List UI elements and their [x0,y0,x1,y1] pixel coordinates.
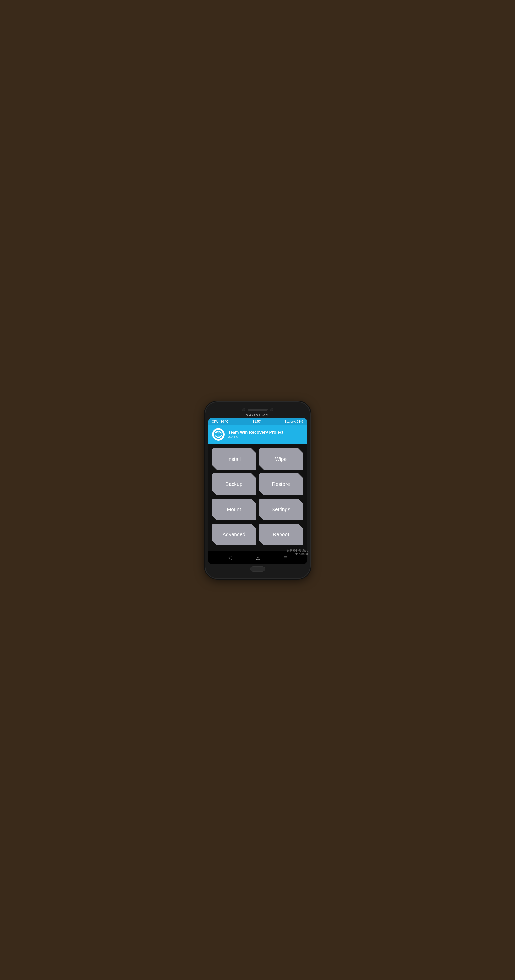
mount-button[interactable]: Mount [212,499,256,520]
cpu-temp: CPU: 36 °C [212,420,229,423]
restore-button[interactable]: Restore [259,474,303,495]
install-button[interactable]: Install [212,448,256,470]
home-button-nav[interactable]: △ [256,554,260,560]
button-grid: Install Wipe Backup Restore Mount Settin… [212,448,303,546]
battery-level: Battery: 63% [285,420,303,423]
status-bar: CPU: 36 °C 11:57 Battery: 63% [208,418,307,425]
back-button[interactable]: ◁ [228,554,232,560]
clock: 11:57 [253,420,261,423]
phone-bottom [208,564,307,573]
phone-screen: CPU: 36 °C 11:57 Battery: 63% Team Win R… [208,418,307,564]
settings-button[interactable]: Settings [259,499,303,520]
watermark: 知乎 @柑橘乱花丸 世己导航网 [287,549,308,556]
twrp-logo-icon [212,428,225,441]
front-camera [242,408,245,411]
app-version: 3.2.1-0 [228,435,284,439]
header-text-block: Team Win Recovery Project 3.2.1-0 [228,430,284,439]
speaker-grille [248,409,267,410]
advanced-button[interactable]: Advanced [212,524,256,546]
watermark-line1: 知乎 @柑橘乱花丸 [287,549,308,552]
brand-logo: SAMSUNG [208,414,307,417]
sensor [270,408,273,411]
main-content: Install Wipe Backup Restore Mount Settin… [208,444,307,551]
backup-button[interactable]: Backup [212,474,256,495]
menu-button[interactable]: ≡ [284,554,287,560]
phone-frame: SAMSUNG CPU: 36 °C 11:57 Battery: 63% Te… [205,402,310,578]
wipe-button[interactable]: Wipe [259,448,303,470]
phone-top [208,407,307,414]
reboot-button[interactable]: Reboot [259,524,303,546]
app-title: Team Win Recovery Project [228,430,284,435]
physical-home-button[interactable] [250,566,265,572]
app-header: Team Win Recovery Project 3.2.1-0 [208,425,307,444]
watermark-line2: 世己导航网 [287,552,308,556]
